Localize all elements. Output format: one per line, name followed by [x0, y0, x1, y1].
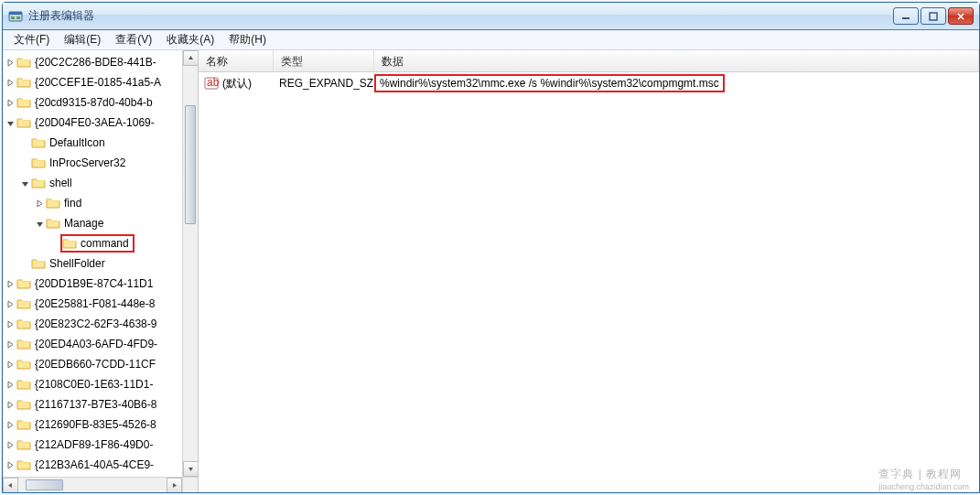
chevron-right-icon[interactable] [5, 359, 16, 370]
expander-placeholder [19, 157, 30, 168]
chevron-right-icon[interactable] [34, 198, 45, 209]
tree-node-label: {20ED4A03-6AFD-4FD9- [35, 338, 157, 350]
folder-icon [16, 397, 31, 412]
tree-node[interactable]: {212690FB-83E5-4526-8 [3, 414, 182, 435]
expander-placeholder [19, 258, 30, 269]
string-value-icon: ab [204, 76, 219, 91]
chevron-right-icon[interactable] [5, 419, 16, 430]
tree-node-label: InProcServer32 [49, 156, 125, 169]
tree-node-label: {20EDB660-7CDD-11CF [35, 358, 156, 371]
menu-help[interactable]: 帮助(H) [221, 30, 274, 49]
chevron-right-icon[interactable] [5, 77, 16, 88]
scrollbar-thumb[interactable] [26, 479, 63, 490]
folder-icon [31, 156, 46, 170]
chevron-right-icon[interactable] [5, 298, 16, 309]
tree-node-label: {20cd9315-87d0-40b4-b [35, 96, 153, 109]
tree-node[interactable]: {20CCEF1E-0185-41a5-A [3, 72, 182, 92]
tree-node[interactable]: {20D04FE0-3AEA-1069- [3, 113, 182, 133]
minimize-button[interactable] [893, 7, 919, 25]
list-row[interactable]: ab(默认)REG_EXPAND_SZ%windir%\system32\mmc… [199, 72, 979, 92]
chevron-down-icon[interactable] [34, 218, 45, 229]
tree-node[interactable]: {20cd9315-87d0-40b4-b [3, 92, 182, 113]
tree-node[interactable]: {21167137-B7E3-40B6-8 [3, 394, 182, 414]
column-header-name[interactable]: 名称 [199, 50, 274, 71]
tree-horizontal-scrollbar[interactable] [3, 477, 182, 492]
scroll-right-button[interactable] [167, 478, 182, 492]
chevron-right-icon[interactable] [5, 379, 16, 390]
value-name: (默认) [222, 76, 252, 91]
tree-node-label: command [81, 237, 129, 250]
scrollbar-track[interactable] [18, 478, 167, 492]
tree-node[interactable]: {20ED4A03-6AFD-4FD9- [3, 334, 182, 354]
cell-type: REG_EXPAND_SZ [274, 75, 374, 91]
menubar: 文件(F) 编辑(E) 查看(V) 收藏夹(A) 帮助(H) [3, 30, 979, 50]
tree-node[interactable]: {20DD1B9E-87C4-11D1 [3, 274, 182, 294]
maximize-button[interactable] [921, 7, 946, 25]
window-title: 注册表编辑器 [28, 8, 893, 24]
tree-node[interactable]: {2108C0E0-1E63-11D1- [3, 374, 182, 394]
folder-icon [16, 377, 31, 392]
menu-favorites[interactable]: 收藏夹(A) [159, 30, 221, 49]
folder-icon [31, 256, 46, 271]
folder-icon [16, 317, 31, 331]
column-header-data[interactable]: 数据 [374, 50, 979, 71]
folder-icon [16, 437, 31, 452]
tree-node[interactable]: Manage [3, 213, 182, 233]
chevron-right-icon[interactable] [5, 459, 16, 470]
tree-node[interactable]: InProcServer32 [3, 153, 182, 173]
tree-vertical-scrollbar[interactable] [182, 50, 198, 477]
svg-text:ab: ab [207, 76, 219, 89]
tree-view[interactable]: {20C2C286-BDE8-441B-{20CCEF1E-0185-41a5-… [3, 50, 182, 477]
list-body[interactable]: ab(默认)REG_EXPAND_SZ%windir%\system32\mmc… [199, 72, 979, 92]
folder-icon [16, 457, 31, 472]
folder-icon [31, 176, 46, 190]
chevron-right-icon[interactable] [5, 318, 16, 329]
folder-icon [16, 95, 31, 110]
tree-node[interactable]: {212B3A61-40A5-4CE9- [3, 455, 182, 475]
chevron-right-icon[interactable] [5, 399, 16, 410]
scrollbar-thumb[interactable] [185, 105, 196, 224]
chevron-right-icon[interactable] [5, 339, 16, 350]
scroll-up-button[interactable] [183, 50, 199, 66]
chevron-down-icon[interactable] [19, 178, 30, 188]
tree-node-label: {20CCEF1E-0185-41a5-A [35, 76, 161, 89]
tree-node[interactable]: ShellFolder [3, 253, 182, 274]
tree-pane: {20C2C286-BDE8-441B-{20CCEF1E-0185-41a5-… [3, 50, 199, 492]
menu-view[interactable]: 查看(V) [108, 30, 159, 49]
tree-node[interactable]: command [3, 233, 182, 253]
tree-node-label: {21167137-B7E3-40B6-8 [35, 398, 156, 411]
close-button[interactable] [948, 7, 974, 25]
tree-node-label: shell [49, 177, 72, 189]
tree-node[interactable]: {20EDB660-7CDD-11CF [3, 354, 182, 374]
tree-node[interactable]: {20C2C286-BDE8-441B- [3, 52, 182, 72]
chevron-right-icon[interactable] [5, 57, 16, 68]
tree-node-label: {212ADF89-1F86-49D0- [35, 438, 153, 451]
column-header-type[interactable]: 类型 [274, 50, 374, 71]
tree-node-label: find [64, 197, 81, 210]
cell-data: %windir%\system32\mmc.exe /s %windir%\sy… [374, 72, 979, 94]
tree-node[interactable]: {20E25881-F081-448e-8 [3, 294, 182, 314]
tree-node[interactable]: find [3, 193, 182, 213]
folder-icon [16, 75, 31, 90]
tree-node[interactable]: shell [3, 173, 182, 193]
chevron-right-icon[interactable] [5, 439, 16, 450]
scrollbar-track[interactable] [183, 66, 198, 461]
tree-node[interactable]: DefaultIcon [3, 133, 182, 153]
tree-node-label: {20E823C2-62F3-4638-9 [35, 317, 156, 330]
chevron-right-icon[interactable] [5, 97, 16, 108]
tree-node-label: {212690FB-83E5-4526-8 [35, 418, 156, 431]
folder-icon [16, 276, 31, 291]
chevron-right-icon[interactable] [5, 278, 16, 289]
scroll-left-button[interactable] [3, 478, 18, 492]
folder-icon [46, 216, 60, 231]
menu-file[interactable]: 文件(F) [6, 30, 57, 49]
titlebar[interactable]: 注册表编辑器 [3, 3, 979, 30]
tree-node-label: {212B3A61-40A5-4CE9- [35, 458, 154, 471]
tree-node[interactable]: {212ADF89-1F86-49D0- [3, 435, 182, 455]
scroll-down-button[interactable] [183, 461, 199, 477]
tree-node[interactable]: {20E823C2-62F3-4638-9 [3, 314, 182, 334]
chevron-down-icon[interactable] [5, 117, 16, 128]
menu-edit[interactable]: 编辑(E) [57, 30, 108, 49]
expander-placeholder [48, 238, 59, 249]
svg-rect-4 [902, 17, 910, 19]
